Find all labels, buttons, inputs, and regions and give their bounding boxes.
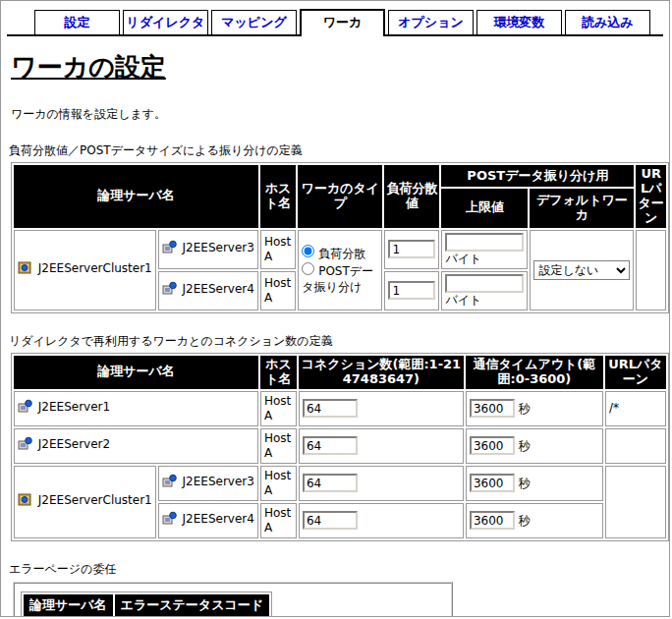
timeout-input[interactable] [470, 399, 515, 418]
url-pattern-cell [636, 230, 666, 310]
col-logical-server: 論理サーバ名 [14, 356, 258, 389]
connections-cell [299, 391, 464, 426]
upper-limit-input[interactable] [445, 274, 524, 293]
error-list-col-status-code: エラーステータスコード [115, 594, 269, 616]
server-icon [18, 399, 32, 418]
cluster-icon [18, 260, 32, 279]
cluster-name-cell: J2EEServerCluster1 [14, 230, 156, 310]
tab-worker[interactable]: ワーカ [300, 9, 385, 36]
error-page-section-title: エラーページの委任 [9, 561, 669, 578]
tab-bar: 設定 リダイレクタ マッピング ワーカ オプション 環境変数 読み込み [7, 1, 663, 36]
server-name-cell: J2EEServer3 [158, 230, 258, 269]
post-data-option[interactable]: POSTデータ振り分け [302, 262, 378, 295]
host-cell: HostA [260, 503, 297, 538]
connections-input[interactable] [303, 511, 358, 530]
server-name-cell: J2EEServer2 [14, 428, 258, 464]
tab-env-vars[interactable]: 環境変数 [476, 10, 562, 34]
server-name: J2EEServer4 [183, 282, 254, 296]
page-description: ワーカの情報を設定します。 [11, 106, 669, 123]
second-unit-label: 秒 [519, 477, 531, 490]
host-cell: HostA [260, 466, 297, 501]
server-icon [162, 511, 177, 530]
col-post-group: POSTデータ振り分け用 [441, 165, 634, 187]
timeout-cell: 秒 [466, 428, 603, 464]
default-worker-cell: 設定しない [530, 230, 634, 310]
url-pattern-cell [605, 428, 666, 464]
worker-type-cell: 負荷分散 POSTデータ振り分け [298, 230, 382, 310]
timeout-cell: 秒 [466, 503, 603, 538]
connections-table: 論理サーバ名 ホスト名 コネクション数(範囲:1-2147483647) 通信タ… [11, 353, 669, 541]
timeout-input[interactable] [470, 436, 515, 455]
load-balance-table: 論理サーバ名 ホスト名 ワーカのタイプ 負荷分散値 POSTデータ振り分け用 U… [11, 162, 669, 313]
cluster-name: J2EEServerCluster1 [38, 261, 152, 275]
col-connections: コネクション数(範囲:1-2147483647) [299, 356, 464, 389]
load-balance-radio[interactable] [302, 245, 314, 257]
col-timeout: 通信タイムアウト(範囲:0-3600) [466, 356, 603, 389]
col-upper-limit: 上限値 [441, 189, 528, 228]
timeout-cell: 秒 [466, 391, 603, 426]
load-balance-radio-label: 負荷分散 [318, 247, 365, 260]
upper-limit-cell: バイト [441, 271, 528, 310]
page-title: ワーカの設定 [11, 50, 669, 84]
timeout-cell: 秒 [466, 466, 603, 501]
worker-settings-page: 設定 リダイレクタ マッピング ワーカ オプション 環境変数 読み込み ワーカの… [0, 0, 670, 617]
load-balance-section-title: 負荷分散値／POSTデータサイズによる振り分けの定義 [9, 142, 669, 159]
load-value-cell [384, 271, 439, 310]
error-list-col-logical-server: 論理サーバ名 [24, 594, 113, 616]
url-pattern-cell: /* [605, 391, 666, 426]
host-cell: HostA [260, 271, 296, 310]
host-cell: HostA [260, 428, 297, 464]
col-default-worker: デフォルトワーカ [530, 189, 634, 228]
cluster-name-cell: J2EEServerCluster1 [14, 466, 156, 538]
url-pattern-cell [605, 466, 666, 538]
host-cell: HostA [260, 391, 297, 426]
server-icon [162, 474, 177, 492]
error-list-header-table: 論理サーバ名 エラーステータスコード [21, 591, 272, 617]
load-balance-option[interactable]: 負荷分散 [302, 245, 378, 262]
server-name: J2EEServer3 [183, 241, 254, 254]
second-unit-label: 秒 [519, 514, 531, 528]
connections-cell [299, 466, 464, 501]
second-unit-label: 秒 [519, 402, 531, 416]
tab-load[interactable]: 読み込み [565, 10, 650, 34]
default-worker-select[interactable]: 設定しない [533, 260, 630, 280]
server-name-cell: J2EEServer4 [158, 503, 258, 538]
upper-limit-input[interactable] [445, 233, 524, 252]
server-name-cell: J2EEServer3 [158, 466, 258, 501]
timeout-input[interactable] [470, 474, 515, 492]
col-logical-server: 論理サーバ名 [14, 165, 258, 228]
tab-mapping[interactable]: マッピング [211, 10, 297, 34]
cluster-icon [18, 492, 32, 511]
load-value-input[interactable] [388, 240, 435, 258]
col-url-pattern: URLパターン [636, 165, 666, 228]
col-url-pattern: URLパターン [605, 356, 666, 389]
load-value-input[interactable] [388, 281, 435, 300]
server-icon [162, 240, 177, 258]
connections-cell [299, 428, 464, 464]
server-name: J2EEServer3 [183, 475, 254, 488]
server-icon [162, 281, 177, 300]
server-name: J2EEServer1 [38, 400, 110, 414]
connections-input[interactable] [303, 474, 358, 492]
col-host: ホスト名 [260, 165, 296, 228]
server-name-cell: J2EEServer1 [14, 391, 258, 426]
byte-unit-label: バイト [445, 252, 481, 265]
connections-input[interactable] [303, 436, 358, 455]
timeout-input[interactable] [470, 511, 515, 530]
connections-input[interactable] [303, 399, 358, 418]
connections-section-title: リダイレクタで再利用するワーカとのコネクション数の定義 [9, 333, 669, 350]
host-cell: HostA [260, 230, 296, 269]
cluster-name: J2EEServerCluster1 [38, 493, 152, 507]
server-name: J2EEServer2 [38, 437, 110, 451]
tab-redirector[interactable]: リダイレクタ [123, 10, 208, 34]
tab-settings[interactable]: 設定 [34, 10, 120, 34]
load-value-cell [384, 230, 439, 269]
byte-unit-label: バイト [445, 293, 481, 307]
server-icon [18, 436, 32, 455]
connections-cell [299, 503, 464, 538]
post-data-radio[interactable] [302, 262, 314, 275]
tab-options[interactable]: オプション [388, 10, 474, 34]
server-name-cell: J2EEServer4 [158, 271, 258, 310]
server-name: J2EEServer4 [183, 512, 254, 526]
col-host: ホスト名 [260, 356, 297, 389]
